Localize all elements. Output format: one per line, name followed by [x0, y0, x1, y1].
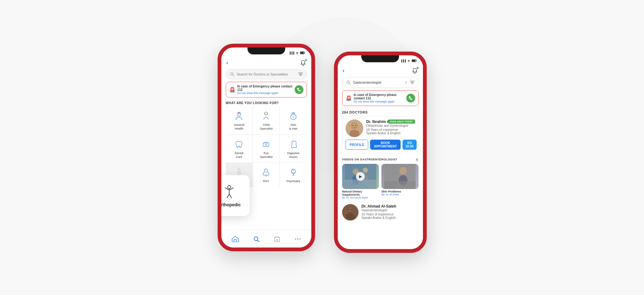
- alarm-icon-right: 🚨: [346, 95, 352, 101]
- svg-point-68: [348, 209, 350, 210]
- bell-button-right[interactable]: [412, 68, 418, 74]
- dental-care-label: DentalCare: [235, 151, 243, 159]
- doctor-info-2: Dr. Ahmad Al-Saleh Gastroenterologist 16…: [362, 204, 396, 220]
- wifi-left: [295, 51, 299, 54]
- child-specialist-icon: [260, 110, 272, 122]
- bell-button-left[interactable]: [300, 60, 306, 66]
- nav-appointments[interactable]: [274, 236, 280, 242]
- video-item-2[interactable]: Skin Problems By: Dr. Al-Sallal: [381, 164, 419, 199]
- status-icons-left: ▐▐▐: [289, 51, 305, 54]
- doctor-avatar-2: [342, 204, 358, 220]
- svg-point-31: [295, 238, 296, 240]
- nav-home[interactable]: [232, 236, 239, 242]
- video-item-1[interactable]: ▶ Natural Dietary Supplements By: Dr. Ah…: [342, 164, 379, 199]
- video-label-2: Skin Problems: [381, 190, 419, 193]
- search-bar-right[interactable]: ×: [342, 77, 419, 88]
- svg-point-33: [299, 238, 301, 240]
- svg-point-50: [349, 130, 359, 137]
- svg-point-14: [293, 116, 294, 118]
- orthopedic-popup[interactable]: Orthopedic: [218, 175, 250, 216]
- doctor-exp-1: 16 Years of experience: [366, 128, 415, 131]
- svg-point-39: [408, 62, 409, 62]
- cat-skin-hair[interactable]: Skin& Hair: [280, 107, 307, 135]
- filter-icon-left[interactable]: [298, 72, 303, 76]
- videos-title: VIDEOS ON GASTROENTEROLOGIST: [342, 158, 397, 161]
- top-nav-left: ‹: [221, 56, 311, 68]
- cat-digestive-issues[interactable]: DigestiveIssues: [280, 135, 307, 163]
- signal-right: ▐▐▐: [400, 59, 406, 62]
- cat-general-health[interactable]: GeneralHealth: [226, 107, 253, 135]
- emergency-sub-right[interactable]: Do not show this message again: [354, 100, 406, 103]
- svg-rect-3: [300, 52, 304, 54]
- section-title-left: WHAT ARE YOU LOOKING FOR?: [221, 100, 311, 107]
- general-health-label: GeneralHealth: [234, 123, 244, 131]
- price-button-1[interactable]: KD 50.00: [402, 140, 417, 150]
- cat-eye-specialist[interactable]: EyeSpecialist: [253, 135, 280, 163]
- search-input-right[interactable]: [353, 81, 402, 84]
- search-icon-left: [230, 72, 234, 76]
- emergency-banner-left: 🚨 In case of Emergency please contact 11…: [226, 82, 307, 97]
- svg-point-37: [229, 191, 230, 192]
- orthopedic-icon: [221, 184, 237, 200]
- emergency-title-right: In case of Emergency please contact 112: [354, 93, 406, 100]
- cat-child-specialist[interactable]: ChildSpecialist: [253, 107, 280, 135]
- general-health-icon: [233, 110, 245, 122]
- svg-point-53: [355, 125, 356, 126]
- nav-search[interactable]: [253, 236, 259, 242]
- psychiatry-label: Psychiatry: [286, 179, 300, 183]
- svg-rect-23: [234, 240, 236, 242]
- svg-point-36: [229, 190, 230, 191]
- svg-line-25: [257, 240, 259, 242]
- doctor-card-2: Dr. Ahmad Al-Saleh Gastroenterologist 16…: [342, 202, 419, 220]
- search-input-left[interactable]: [237, 72, 296, 76]
- videos-header: VIDEOS ON GASTROENTEROLOGIST ∧: [342, 156, 419, 164]
- back-button-right[interactable]: ‹: [343, 67, 345, 74]
- emergency-banner-right: 🚨 In case of Emergency please contact 11…: [342, 90, 419, 106]
- nav-more[interactable]: [295, 238, 301, 240]
- search-clear[interactable]: ×: [405, 80, 407, 85]
- svg-point-61: [399, 167, 407, 175]
- svg-point-57: [363, 168, 368, 173]
- filter-icon-right[interactable]: [410, 81, 414, 84]
- bell-dot-left: [305, 59, 307, 61]
- doctor-actions-1: PROFILE BOOK APPOINTMENT KD 50.00: [346, 140, 415, 150]
- doctor-avatar-1: [346, 120, 363, 137]
- signal-left: ▐▐▐: [289, 52, 294, 54]
- search-bar-left[interactable]: [226, 69, 307, 79]
- video-thumb-1[interactable]: ▶: [342, 164, 379, 189]
- digestive-issues-icon: [288, 139, 299, 150]
- battery-left: [300, 51, 305, 54]
- cat-dental-care[interactable]: DentalCare: [226, 135, 253, 163]
- cat-psychiatry[interactable]: Psychiatry: [280, 163, 307, 187]
- call-button-right[interactable]: [406, 94, 415, 103]
- doctor-spec-1: Obstetrician and Gynecologist: [366, 124, 415, 127]
- notch-right: [361, 55, 399, 62]
- back-button-left[interactable]: ‹: [226, 59, 228, 66]
- ent-icon: [260, 167, 272, 178]
- notch-left: [247, 47, 285, 54]
- svg-point-12: [267, 113, 267, 114]
- video-thumb-2[interactable]: [381, 164, 419, 189]
- ent-label: ENT: [263, 179, 269, 183]
- profile-button-1[interactable]: PROFILE: [346, 140, 369, 150]
- svg-line-44: [349, 83, 350, 84]
- svg-rect-2: [304, 52, 305, 53]
- book-appointment-button-1[interactable]: BOOK APPOINTMENT: [370, 140, 401, 150]
- doctor-card-1: Dr. Ibrahim Al-Sallal Obstetrician and G…: [342, 116, 419, 153]
- skin-hair-label: Skin& Hair: [289, 123, 297, 131]
- emergency-sub-left[interactable]: Do not show this message again: [237, 92, 295, 95]
- available-badge-1: AVAILABLE TODAY: [388, 120, 415, 124]
- doctor-spec-2: Gastroenterologist: [362, 209, 396, 212]
- emergency-title-left: In case of Emergency please contact 112: [237, 85, 295, 92]
- orthopedic-popup-label: Orthopedic: [218, 202, 241, 207]
- doctor-exp-2: 16 Years of experience: [362, 213, 396, 216]
- call-button-left[interactable]: [295, 85, 303, 94]
- svg-rect-41: [416, 60, 417, 61]
- cat-ent[interactable]: ENT: [253, 163, 280, 187]
- collapse-videos-button[interactable]: ∧: [415, 157, 419, 162]
- top-nav-right: ‹: [338, 64, 423, 76]
- svg-point-16: [265, 144, 267, 146]
- svg-point-20: [264, 169, 268, 172]
- svg-rect-63: [384, 181, 416, 189]
- eye-specialist-label: EyeSpecialist: [260, 151, 273, 159]
